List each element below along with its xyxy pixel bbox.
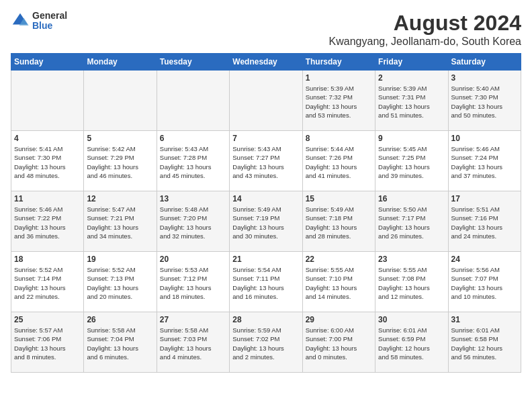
calendar-cell: 3Sunrise: 5:40 AM Sunset: 7:30 PM Daylig… xyxy=(448,71,521,131)
calendar-cell: 4Sunrise: 5:41 AM Sunset: 7:30 PM Daylig… xyxy=(11,131,84,191)
calendar-body: 1Sunrise: 5:39 AM Sunset: 7:32 PM Daylig… xyxy=(11,71,521,373)
cell-content: Sunrise: 5:44 AM Sunset: 7:26 PM Dayligh… xyxy=(306,144,372,180)
calendar-cell: 13Sunrise: 5:48 AM Sunset: 7:20 PM Dayli… xyxy=(157,191,229,252)
day-number: 23 xyxy=(378,255,445,264)
calendar-cell: 23Sunrise: 5:55 AM Sunset: 7:08 PM Dayli… xyxy=(375,252,448,312)
cell-content: Sunrise: 5:52 AM Sunset: 7:14 PM Dayligh… xyxy=(14,265,81,301)
cell-content: Sunrise: 5:49 AM Sunset: 7:19 PM Dayligh… xyxy=(232,205,299,240)
calendar-week-1: 1Sunrise: 5:39 AM Sunset: 7:32 PM Daylig… xyxy=(11,71,521,131)
calendar-cell: 7Sunrise: 5:43 AM Sunset: 7:27 PM Daylig… xyxy=(230,131,302,191)
calendar-week-2: 4Sunrise: 5:41 AM Sunset: 7:30 PM Daylig… xyxy=(11,131,521,191)
calendar-cell xyxy=(230,71,302,131)
day-number: 20 xyxy=(160,255,226,264)
day-number: 7 xyxy=(232,134,299,143)
calendar-cell: 24Sunrise: 5:56 AM Sunset: 7:07 PM Dayli… xyxy=(448,252,521,312)
calendar-cell: 27Sunrise: 5:58 AM Sunset: 7:03 PM Dayli… xyxy=(157,312,229,373)
cell-content: Sunrise: 5:39 AM Sunset: 7:31 PM Dayligh… xyxy=(378,84,445,120)
day-number: 22 xyxy=(306,255,372,264)
day-number: 26 xyxy=(87,315,153,324)
calendar-table: Sunday Monday Tuesday Wednesday Thursday… xyxy=(11,53,521,373)
logo: General Blue xyxy=(11,11,67,32)
calendar-cell: 17Sunrise: 5:51 AM Sunset: 7:16 PM Dayli… xyxy=(448,191,521,252)
day-number: 25 xyxy=(14,315,81,324)
day-number: 1 xyxy=(306,73,372,83)
cell-content: Sunrise: 5:50 AM Sunset: 7:17 PM Dayligh… xyxy=(378,205,445,240)
main-title: August 2024 xyxy=(329,11,521,36)
calendar-cell: 5Sunrise: 5:42 AM Sunset: 7:29 PM Daylig… xyxy=(84,131,157,191)
cell-content: Sunrise: 5:57 AM Sunset: 7:06 PM Dayligh… xyxy=(14,326,81,361)
cell-content: Sunrise: 5:58 AM Sunset: 7:04 PM Dayligh… xyxy=(87,326,153,361)
cell-content: Sunrise: 5:48 AM Sunset: 7:20 PM Dayligh… xyxy=(160,205,226,240)
header-monday: Monday xyxy=(84,54,157,71)
logo-icon xyxy=(11,11,30,30)
calendar-header: Sunday Monday Tuesday Wednesday Thursday… xyxy=(11,54,521,71)
cell-content: Sunrise: 5:56 AM Sunset: 7:07 PM Dayligh… xyxy=(451,265,518,301)
day-number: 24 xyxy=(451,255,518,264)
day-number: 12 xyxy=(87,194,153,203)
day-number: 13 xyxy=(160,194,226,203)
cell-content: Sunrise: 5:53 AM Sunset: 7:12 PM Dayligh… xyxy=(160,265,226,301)
cell-content: Sunrise: 5:47 AM Sunset: 7:21 PM Dayligh… xyxy=(87,205,153,240)
cell-content: Sunrise: 5:49 AM Sunset: 7:18 PM Dayligh… xyxy=(306,205,372,240)
calendar-cell: 16Sunrise: 5:50 AM Sunset: 7:17 PM Dayli… xyxy=(375,191,448,252)
calendar-cell: 21Sunrise: 5:54 AM Sunset: 7:11 PM Dayli… xyxy=(230,252,302,312)
cell-content: Sunrise: 5:43 AM Sunset: 7:28 PM Dayligh… xyxy=(160,144,226,180)
day-number: 8 xyxy=(306,134,372,143)
cell-content: Sunrise: 5:46 AM Sunset: 7:24 PM Dayligh… xyxy=(451,144,518,180)
cell-content: Sunrise: 5:46 AM Sunset: 7:22 PM Dayligh… xyxy=(14,205,81,240)
calendar-cell: 26Sunrise: 5:58 AM Sunset: 7:04 PM Dayli… xyxy=(84,312,157,373)
day-number: 11 xyxy=(14,194,81,203)
day-number: 15 xyxy=(306,194,372,203)
calendar-week-4: 18Sunrise: 5:52 AM Sunset: 7:14 PM Dayli… xyxy=(11,252,521,312)
calendar-cell: 22Sunrise: 5:55 AM Sunset: 7:10 PM Dayli… xyxy=(302,252,375,312)
calendar-cell: 2Sunrise: 5:39 AM Sunset: 7:31 PM Daylig… xyxy=(375,71,448,131)
cell-content: Sunrise: 5:42 AM Sunset: 7:29 PM Dayligh… xyxy=(87,144,153,180)
calendar-cell xyxy=(84,71,157,131)
subtitle: Kwangyang, Jeollanam-do, South Korea xyxy=(329,36,521,48)
header-tuesday: Tuesday xyxy=(157,54,229,71)
title-area: August 2024 Kwangyang, Jeollanam-do, Sou… xyxy=(329,11,521,48)
day-number: 4 xyxy=(14,134,81,143)
cell-content: Sunrise: 5:43 AM Sunset: 7:27 PM Dayligh… xyxy=(232,144,299,180)
day-number: 18 xyxy=(14,255,81,264)
day-number: 3 xyxy=(451,73,518,83)
day-number: 5 xyxy=(87,134,153,143)
calendar-cell: 30Sunrise: 6:01 AM Sunset: 6:59 PM Dayli… xyxy=(375,312,448,373)
day-number: 21 xyxy=(232,255,299,264)
header-wednesday: Wednesday xyxy=(230,54,302,71)
calendar-cell: 12Sunrise: 5:47 AM Sunset: 7:21 PM Dayli… xyxy=(84,191,157,252)
cell-content: Sunrise: 5:58 AM Sunset: 7:03 PM Dayligh… xyxy=(160,326,226,361)
header-friday: Friday xyxy=(375,54,448,71)
day-number: 14 xyxy=(232,194,299,203)
logo-text: General Blue xyxy=(32,11,67,32)
calendar-cell xyxy=(157,71,229,131)
calendar-cell: 1Sunrise: 5:39 AM Sunset: 7:32 PM Daylig… xyxy=(302,71,375,131)
day-number: 27 xyxy=(160,315,226,324)
cell-content: Sunrise: 5:39 AM Sunset: 7:32 PM Dayligh… xyxy=(306,84,372,120)
calendar-cell: 19Sunrise: 5:52 AM Sunset: 7:13 PM Dayli… xyxy=(84,252,157,312)
calendar-cell: 14Sunrise: 5:49 AM Sunset: 7:19 PM Dayli… xyxy=(230,191,302,252)
calendar-cell: 28Sunrise: 5:59 AM Sunset: 7:02 PM Dayli… xyxy=(230,312,302,373)
calendar-cell: 15Sunrise: 5:49 AM Sunset: 7:18 PM Dayli… xyxy=(302,191,375,252)
logo-general: General xyxy=(32,11,67,21)
day-number: 10 xyxy=(451,134,518,143)
calendar-cell: 29Sunrise: 6:00 AM Sunset: 7:00 PM Dayli… xyxy=(302,312,375,373)
header-saturday: Saturday xyxy=(448,54,521,71)
day-number: 28 xyxy=(232,315,299,324)
cell-content: Sunrise: 5:40 AM Sunset: 7:30 PM Dayligh… xyxy=(451,84,518,120)
calendar-cell: 6Sunrise: 5:43 AM Sunset: 7:28 PM Daylig… xyxy=(157,131,229,191)
cell-content: Sunrise: 5:52 AM Sunset: 7:13 PM Dayligh… xyxy=(87,265,153,301)
cell-content: Sunrise: 5:51 AM Sunset: 7:16 PM Dayligh… xyxy=(451,205,518,240)
header-thursday: Thursday xyxy=(302,54,375,71)
calendar-cell: 20Sunrise: 5:53 AM Sunset: 7:12 PM Dayli… xyxy=(157,252,229,312)
calendar-cell: 8Sunrise: 5:44 AM Sunset: 7:26 PM Daylig… xyxy=(302,131,375,191)
day-number: 29 xyxy=(306,315,372,324)
calendar-cell: 11Sunrise: 5:46 AM Sunset: 7:22 PM Dayli… xyxy=(11,191,84,252)
calendar-cell xyxy=(11,71,84,131)
calendar-cell: 10Sunrise: 5:46 AM Sunset: 7:24 PM Dayli… xyxy=(448,131,521,191)
cell-content: Sunrise: 5:45 AM Sunset: 7:25 PM Dayligh… xyxy=(378,144,445,180)
page-header: General Blue August 2024 Kwangyang, Jeol… xyxy=(11,11,521,48)
cell-content: Sunrise: 6:01 AM Sunset: 6:59 PM Dayligh… xyxy=(378,326,445,361)
cell-content: Sunrise: 6:00 AM Sunset: 7:00 PM Dayligh… xyxy=(306,326,372,361)
cell-content: Sunrise: 6:01 AM Sunset: 6:58 PM Dayligh… xyxy=(451,326,518,361)
